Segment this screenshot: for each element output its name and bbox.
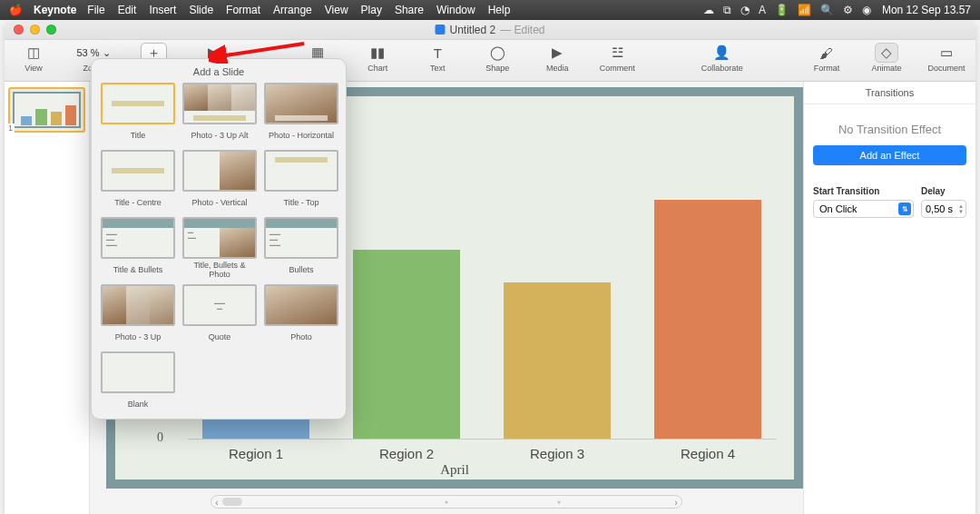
shape-icon: ◯ [490,44,505,61]
chart-title: April [115,462,794,478]
scroll-marker [446,500,448,503]
status-keyboard-icon[interactable]: A [759,4,766,16]
y-tick-0: 0 [157,430,163,445]
scroll-track[interactable] [222,498,671,506]
status-icloud-icon[interactable]: ☁︎ [703,4,714,16]
macos-menubar: 🍎 Keynote File Edit Insert Slide Format … [0,0,980,20]
toolbar-media-button[interactable]: ▶︎Media [535,44,579,73]
menu-slide[interactable]: Slide [189,4,213,16]
toolbar-view-button[interactable]: ◫View [12,44,55,73]
menu-file[interactable]: File [87,4,104,16]
inspector-tab-transitions[interactable]: Transitions [804,82,975,104]
template-title-top[interactable] [264,150,338,192]
status-siri-icon[interactable]: ◉ [862,4,871,16]
animate-icon: ◇ [875,43,898,63]
template-quote[interactable]: ━━━━━━ [182,284,257,326]
template-blank[interactable] [101,351,175,393]
template-title-bullets-photo[interactable]: ━━━━━ [182,217,257,259]
toolbar-animate-button[interactable]: ◇Animate [865,44,908,73]
window-titlebar: Untitled 2 — Edited [5,20,975,40]
menu-share[interactable]: Share [395,4,424,16]
minimize-window-button[interactable] [30,25,40,35]
status-wifi-icon[interactable]: 📶 [798,4,811,16]
start-transition-select[interactable]: On Click ⇅ [813,200,914,218]
toolbar-text-button[interactable]: TText [416,44,459,73]
toolbar-format-button[interactable]: 🖌Format [805,44,848,73]
status-spotlight-icon[interactable]: 🔍 [820,4,834,16]
zoom-value: 53 % ⌄ [76,47,110,59]
collaborate-icon: 👤 [713,44,730,61]
category-label-2: Region 2 [353,446,460,461]
document-edited-label: — Edited [500,24,544,36]
slide-navigator[interactable]: 1 [5,82,90,514]
template-title[interactable] [101,83,175,124]
menu-edit[interactable]: Edit [118,4,137,16]
chart-icon: ▮▮ [370,44,385,61]
template-title-bullets[interactable]: ━━━━━━━━━━━ [101,217,175,259]
toolbar-document-button[interactable]: ▭Document [925,44,968,73]
template-bullets[interactable]: ━━━━━━━━━━━ [264,217,338,259]
close-window-button[interactable] [14,25,24,35]
menu-help[interactable]: Help [488,4,511,16]
category-label-3: Region 3 [504,446,611,461]
menu-format[interactable]: Format [226,4,260,16]
bar-region-4[interactable] [654,200,761,439]
start-transition-value: On Click [819,203,858,214]
stepper-arrows-icon[interactable]: ▲▼ [958,203,964,214]
scroll-right-icon[interactable]: › [674,497,678,508]
toolbar-comment-button[interactable]: ☳Comment [595,44,639,73]
toolbar-shape-button[interactable]: ◯Shape [475,44,519,73]
slide-number: 1 [6,124,15,133]
delay-label: Delay [921,186,946,196]
template-title-centre[interactable] [101,150,175,192]
inspector-panel: Transitions No Transition Effect Add an … [803,82,975,514]
scroll-left-icon[interactable]: ‹ [215,497,219,508]
menu-arrange[interactable]: Arrange [273,4,312,16]
toolbar-chart-button[interactable]: ▮▮Chart [356,44,399,73]
slide-thumbnail-1[interactable] [8,87,85,133]
menu-play[interactable]: Play [361,4,382,16]
add-effect-button[interactable]: Add an Effect [813,145,966,165]
sidebar-icon: ◫ [27,44,40,61]
add-slide-popover: Add a Slide Title Photo - 3 Up Alt Photo… [91,58,347,420]
menu-window[interactable]: Window [436,4,475,16]
media-icon: ▶︎ [552,44,563,61]
delay-stepper[interactable]: 0,50 s ▲▼ [921,200,966,218]
template-photo-3up[interactable] [101,284,175,326]
status-battery-icon[interactable]: 🔋 [775,4,789,16]
app-name[interactable]: Keynote [34,4,76,16]
text-icon: T [434,45,442,61]
toolbar-collaborate-button[interactable]: 👤Collaborate [701,44,744,73]
apple-menu-icon[interactable]: 🍎 [9,4,23,16]
template-photo-vertical[interactable] [182,150,257,192]
bar-region-3[interactable] [504,282,611,439]
status-controlcenter-icon[interactable]: ⚙︎ [843,4,853,16]
category-label-4: Region 4 [654,446,761,461]
chevron-updown-icon: ⇅ [898,203,911,215]
status-clock-icon[interactable]: ◔ [740,4,750,16]
comment-icon: ☳ [612,44,623,61]
zoom-window-button[interactable] [46,25,56,35]
category-label-1: Region 1 [202,446,309,461]
document-title[interactable]: Untitled 2 [449,24,495,36]
template-photo-3up-alt[interactable] [182,83,257,124]
bar-region-2[interactable] [353,250,460,439]
scroll-marker [557,500,560,503]
scroll-thumb[interactable] [222,498,242,506]
menu-view[interactable]: View [325,4,348,16]
popover-title: Add a Slide [92,59,346,83]
menu-insert[interactable]: Insert [149,4,176,16]
template-photo[interactable] [264,284,338,326]
delay-value: 0,50 s [926,203,953,214]
document-proxy-icon[interactable] [435,25,445,35]
document-icon: ▭ [940,44,953,61]
transition-status: No Transition Effect [804,104,975,145]
format-icon: 🖌 [819,45,833,61]
status-screenshare-icon[interactable]: ⧉ [723,4,731,16]
template-photo-horizontal[interactable] [264,83,338,124]
horizontal-scrollbar[interactable]: ‹ › [211,495,682,509]
start-transition-label: Start Transition [813,186,879,196]
menubar-clock[interactable]: Mon 12 Sep 13.57 [882,4,971,16]
